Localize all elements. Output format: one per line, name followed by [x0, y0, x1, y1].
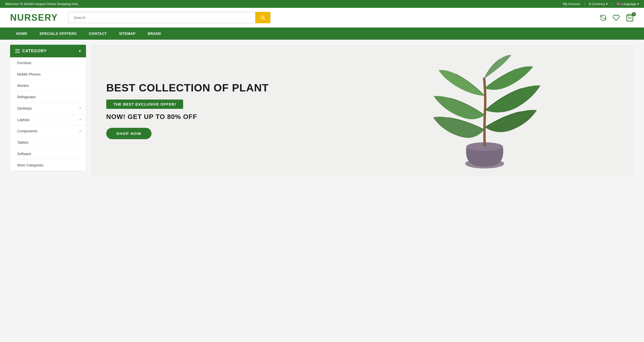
sidebar-item-furniture[interactable]: Furniture	[10, 57, 86, 69]
divider-1: |	[584, 2, 585, 6]
sidebar-item-components[interactable]: Components ▾	[10, 126, 86, 137]
sidebar-item-more-categories[interactable]: More Categories	[10, 160, 86, 171]
sidebar-item-software[interactable]: Software	[10, 148, 86, 160]
search-icon	[260, 15, 265, 20]
hero-offer-badge: THE BEST EXCLUSIVE OFFER!	[106, 100, 183, 109]
sidebar-item-tablets[interactable]: Tablets	[10, 137, 86, 148]
nav-item-home[interactable]: HOME	[10, 28, 33, 40]
search-input[interactable]	[68, 12, 255, 23]
sidebar-item-monitor[interactable]: Monitor	[10, 80, 86, 91]
currency-link[interactable]: $ Currency ▾	[589, 2, 608, 6]
hero-banner: BEST COLLECTION OF PLANT THE BEST EXCLUS…	[91, 45, 634, 176]
sidebar-item-refrigerator[interactable]: Refrigerator	[10, 91, 86, 103]
wishlist-button[interactable]	[613, 14, 620, 21]
refresh-icon	[599, 14, 607, 21]
header: NURSERY	[0, 8, 644, 28]
search-bar	[68, 12, 270, 23]
divider-2: |	[612, 2, 613, 6]
sidebar-item-mobile-phones[interactable]: Mobile Phones	[10, 69, 86, 80]
sidebar-header-chevron: ▾	[79, 49, 81, 53]
main-content: CATEGORY ▾ Furniture Mobile Phones Monit…	[0, 40, 644, 181]
language-link[interactable]: 🇬🇧 Language ▾	[617, 2, 639, 6]
hamburger-icon	[15, 49, 20, 53]
hero-discount-text: NOW! GET UP TO 80% OFF	[106, 113, 269, 121]
svg-line-1	[264, 18, 265, 20]
cart-badge: 0	[632, 12, 636, 16]
refresh-button[interactable]	[599, 14, 607, 21]
sidebar-category-label: CATEGORY	[22, 49, 47, 53]
header-icons: 0	[599, 14, 634, 22]
nav-item-contact[interactable]: CONTACT	[83, 28, 113, 40]
my-account-link[interactable]: My Account	[563, 2, 580, 6]
nav-item-sitemap[interactable]: SITEMAP	[113, 28, 142, 40]
heart-icon	[613, 14, 620, 21]
search-button[interactable]	[255, 12, 270, 23]
sidebar-chevron-laptops: ▾	[79, 118, 81, 121]
sidebar-chevron-components: ▾	[79, 129, 81, 133]
sidebar: CATEGORY ▾ Furniture Mobile Phones Monit…	[10, 45, 86, 171]
sidebar-item-laptops[interactable]: Laptops ▾	[10, 114, 86, 126]
main-nav: HOME SPECIALS OFFFERS CONTACT SITEMAP BR…	[0, 28, 644, 40]
hero-title: BEST COLLECTION OF PLANT	[106, 82, 269, 94]
shop-now-button[interactable]: SHOP NOW	[106, 128, 152, 139]
hero-content: BEST COLLECTION OF PLANT THE BEST EXCLUS…	[91, 66, 284, 154]
sidebar-item-desktops[interactable]: Desktops ▾	[10, 103, 86, 114]
cart-button[interactable]: 0	[626, 14, 634, 22]
logo[interactable]: NURSERY	[10, 12, 58, 23]
top-bar: Welcome To World's largest Online Shoppi…	[0, 0, 644, 8]
sidebar-chevron-desktops: ▾	[79, 107, 81, 110]
hero-plant-image	[335, 45, 634, 176]
sidebar-header-left: CATEGORY	[15, 49, 47, 53]
top-bar-right: My Account | $ Currency ▾ | 🇬🇧 Language …	[563, 2, 639, 6]
nav-item-specials[interactable]: SPECIALS OFFFERS	[33, 28, 83, 40]
plant-svg	[424, 45, 545, 176]
welcome-message: Welcome To World's largest Online Shoppi…	[5, 2, 79, 6]
nav-item-brand[interactable]: BRAND	[142, 28, 167, 40]
sidebar-header: CATEGORY ▾	[10, 45, 86, 57]
